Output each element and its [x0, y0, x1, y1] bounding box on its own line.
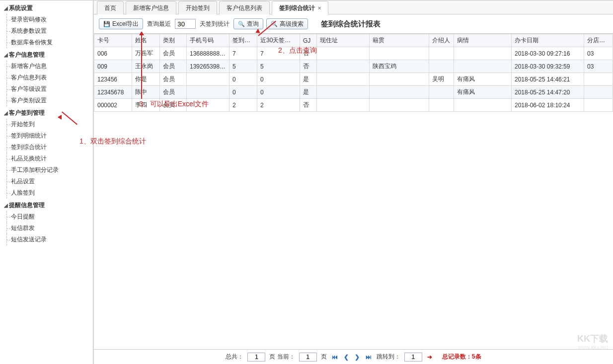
tab-label: 新增客户信息 [133, 1, 169, 14]
column-header[interactable]: 签到次数 [230, 34, 257, 47]
column-header[interactable]: 姓名 [132, 34, 160, 47]
tab[interactable]: 新增客户信息 [126, 1, 176, 14]
column-header[interactable]: 分店编号 [584, 34, 613, 47]
pager-go-button[interactable]: ➜ [426, 354, 433, 361]
table-cell: 2 [230, 99, 257, 112]
tab[interactable]: 客户信息列表 [219, 1, 270, 14]
table-cell: 万岳军 [132, 47, 160, 60]
tree-item[interactable]: 短信发送记录 [0, 234, 93, 245]
tree-group-header[interactable]: ◢客户签到管理 [0, 107, 93, 119]
table-cell: 是 [300, 73, 317, 86]
tree-item[interactable]: 手工添加积分记录 [0, 164, 93, 176]
tree-item[interactable]: 客户类别设置 [0, 95, 93, 106]
tree-item[interactable]: 签到综合统计 [0, 142, 93, 153]
table-cell [370, 73, 429, 86]
table-cell [584, 99, 613, 112]
tree-item[interactable]: 新增客户信息 [0, 61, 93, 72]
pager-total-input[interactable] [247, 353, 265, 362]
tab[interactable]: 开始签到 [178, 1, 217, 14]
table-cell: 2 [257, 99, 300, 112]
column-header[interactable]: 籍贯 [370, 34, 429, 47]
excel-export-button[interactable]: 💾 Excel导出 [99, 18, 143, 29]
tree-item[interactable]: 客户等级设置 [0, 83, 93, 95]
tab-label: 客户信息列表 [227, 1, 262, 14]
tree-item[interactable]: 系统参数设置 [0, 25, 93, 37]
tab-label: 签到综合统计 [279, 1, 315, 14]
table-cell: 有痛风 [454, 73, 512, 86]
table-cell: 5 [257, 60, 300, 73]
tree-item[interactable]: 数据库备份恢复 [0, 37, 93, 48]
table-row[interactable]: 123456你是会员00是吴明有痛风2018-05-25 14:46:21 [94, 73, 613, 86]
table-cell [317, 99, 370, 112]
table-cell [187, 73, 230, 86]
tree-item[interactable]: 客户信息列表 [0, 72, 93, 83]
tree-item[interactable]: 短信群发 [0, 222, 93, 234]
tab-label: 开始签到 [186, 1, 210, 14]
table-cell [317, 86, 370, 99]
table-cell: 有痛风 [454, 86, 512, 99]
table-cell [370, 99, 429, 112]
tree-item[interactable]: 登录密码修改 [0, 14, 93, 25]
report-table: 卡号姓名类别手机号码签到次数近30天签到次数GJ现住址籍贯介绍人病情办卡日期分店… [94, 34, 613, 112]
column-header[interactable]: 现住址 [317, 34, 370, 47]
tab[interactable]: 签到综合统计× [272, 1, 328, 14]
column-header[interactable]: 类别 [160, 34, 187, 47]
pager-current-input[interactable] [299, 353, 317, 362]
column-header[interactable]: 近30天签到次数 [257, 34, 300, 47]
tree-item[interactable]: 今日提醒 [0, 211, 93, 222]
tree-group-header[interactable]: ◢提醒信息管理 [0, 200, 93, 211]
table-cell: 吴明 [429, 73, 454, 86]
column-header[interactable]: 介绍人 [429, 34, 454, 47]
pager-record-count: 总记录数：5条 [442, 353, 481, 361]
save-icon: 💾 [103, 21, 110, 27]
table-wrap: 卡号姓名类别手机号码签到次数近30天签到次数GJ现住址籍贯介绍人病情办卡日期分店… [94, 34, 613, 349]
pager-prev-button[interactable]: ❮ [343, 354, 350, 361]
table-cell [454, 47, 512, 60]
tree-group-label: 系统设置 [9, 4, 33, 12]
pager-total-label: 总共： [226, 353, 243, 361]
search-button[interactable]: 🔍 查询 [233, 18, 263, 29]
tree-group-header[interactable]: ◢系统设置 [0, 2, 93, 14]
table-row[interactable]: 000002李四会员22否2018-06-02 18:10:24 [94, 99, 613, 112]
sidebar: ◢系统设置登录密码修改系统参数设置数据库备份恢复◢客户信息管理新增客户信息客户信… [0, 0, 93, 364]
table-cell [187, 99, 230, 112]
tab[interactable]: 首页 [97, 1, 124, 14]
table-cell: 李四 [132, 99, 160, 112]
close-icon[interactable]: × [318, 1, 321, 14]
table-row[interactable]: 006万岳军会员1368888888877否2018-03-30 09:27:1… [94, 47, 613, 60]
tree-item[interactable]: 人脸签到 [0, 187, 93, 199]
column-header[interactable]: 手机号码 [187, 34, 230, 47]
main-panel: 首页新增客户信息开始签到客户信息列表签到综合统计× 💾 Excel导出 查询最近… [93, 0, 613, 364]
tree-item[interactable]: 开始签到 [0, 119, 93, 130]
table-cell: 会员 [160, 86, 187, 99]
table-cell [454, 99, 512, 112]
tree-group-label: 客户信息管理 [9, 51, 45, 59]
tree-item[interactable]: 礼品兑换统计 [0, 153, 93, 164]
table-row[interactable]: 12345678陈中会员00是有痛风2018-05-25 14:47:20 [94, 86, 613, 99]
column-header[interactable]: GJ [300, 34, 317, 47]
chevron-down-icon: ◢ [4, 203, 9, 208]
table-cell: 2018-03-30 09:27:16 [512, 47, 584, 60]
pager-last-button[interactable]: ⏭ [365, 354, 373, 361]
table-cell [429, 99, 454, 112]
column-header[interactable]: 卡号 [94, 34, 132, 47]
pager-jump-input[interactable] [404, 353, 422, 362]
days-input[interactable] [175, 19, 196, 29]
table-cell: 2018-05-25 14:47:20 [512, 86, 584, 99]
tree-item[interactable]: 签到明细统计 [0, 130, 93, 142]
column-header[interactable]: 办卡日期 [512, 34, 584, 47]
table-cell [370, 86, 429, 99]
advanced-search-button[interactable]: 🔍 高级搜索 [266, 18, 308, 29]
table-cell: 陈中 [132, 86, 160, 99]
table-cell [584, 86, 613, 99]
tree-group-header[interactable]: ◢客户信息管理 [0, 49, 93, 61]
tab-bar: 首页新增客户信息开始签到客户信息列表签到综合统计× [94, 0, 613, 14]
pager-next-button[interactable]: ❯ [354, 354, 361, 361]
tree-item[interactable]: 礼品设置 [0, 176, 93, 187]
search-icon: 🔍 [271, 21, 278, 27]
table-row[interactable]: 009王永岗会员1392653987455否陕西宝鸡2018-03-30 09:… [94, 60, 613, 73]
table-cell [454, 60, 512, 73]
pager-first-button[interactable]: ⏮ [331, 354, 339, 361]
column-header[interactable]: 病情 [454, 34, 512, 47]
excel-export-label: Excel导出 [112, 20, 139, 28]
